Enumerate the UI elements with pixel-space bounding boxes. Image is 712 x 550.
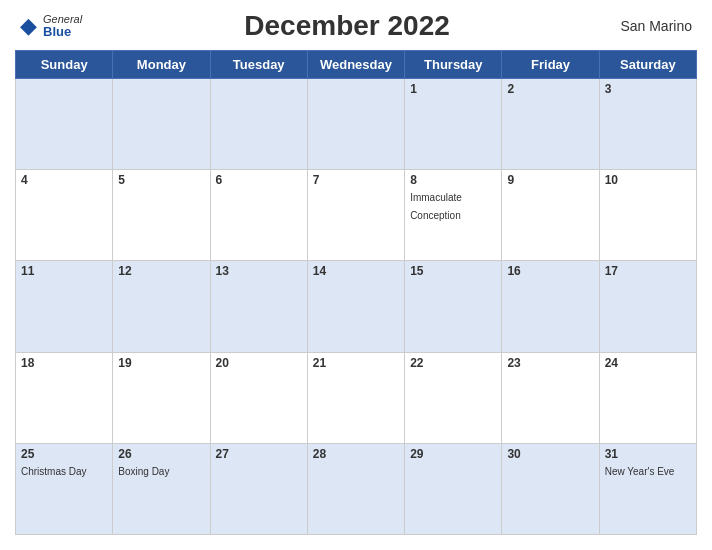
day-number: 17 (605, 264, 691, 278)
calendar-title: December 2022 (244, 10, 449, 42)
calendar-cell: 5 (113, 170, 210, 261)
day-number: 25 (21, 447, 107, 461)
day-number: 26 (118, 447, 204, 461)
event-label: New Year's Eve (605, 466, 675, 477)
calendar-cell: 14 (307, 261, 404, 352)
calendar-cell: 28 (307, 443, 404, 534)
day-header-sunday: Sunday (16, 51, 113, 79)
days-header-row: SundayMondayTuesdayWednesdayThursdayFrid… (16, 51, 697, 79)
day-header-monday: Monday (113, 51, 210, 79)
week-row-2: 45678Immaculate Conception910 (16, 170, 697, 261)
calendar-cell: 12 (113, 261, 210, 352)
calendar-cell: 11 (16, 261, 113, 352)
calendar-cell: 6 (210, 170, 307, 261)
day-number: 29 (410, 447, 496, 461)
calendar-cell: 26Boxing Day (113, 443, 210, 534)
day-number: 30 (507, 447, 593, 461)
day-number: 1 (410, 82, 496, 96)
calendar-cell: 15 (405, 261, 502, 352)
calendar-cell: 16 (502, 261, 599, 352)
calendar-cell: 1 (405, 79, 502, 170)
day-number: 5 (118, 173, 204, 187)
calendar-cell: 22 (405, 352, 502, 443)
calendar-cell: 4 (16, 170, 113, 261)
day-number: 24 (605, 356, 691, 370)
event-label: Boxing Day (118, 466, 169, 477)
week-row-3: 11121314151617 (16, 261, 697, 352)
day-number: 21 (313, 356, 399, 370)
day-number: 12 (118, 264, 204, 278)
week-row-5: 25Christmas Day26Boxing Day2728293031New… (16, 443, 697, 534)
week-row-1: 123 (16, 79, 697, 170)
calendar-cell: 19 (113, 352, 210, 443)
region-label: San Marino (612, 18, 692, 34)
day-number: 9 (507, 173, 593, 187)
day-number: 11 (21, 264, 107, 278)
day-number: 4 (21, 173, 107, 187)
calendar-cell: 18 (16, 352, 113, 443)
day-number: 7 (313, 173, 399, 187)
day-number: 20 (216, 356, 302, 370)
event-label: Christmas Day (21, 466, 87, 477)
day-header-friday: Friday (502, 51, 599, 79)
calendar-cell: 3 (599, 79, 696, 170)
day-header-tuesday: Tuesday (210, 51, 307, 79)
day-number: 31 (605, 447, 691, 461)
calendar-cell: 29 (405, 443, 502, 534)
logo-bird-icon: ◆ (20, 13, 37, 39)
calendar-cell: 9 (502, 170, 599, 261)
day-number: 8 (410, 173, 496, 187)
event-label: Immaculate Conception (410, 192, 462, 221)
calendar-cell (113, 79, 210, 170)
day-number: 3 (605, 82, 691, 96)
calendar-table: SundayMondayTuesdayWednesdayThursdayFrid… (15, 50, 697, 535)
day-number: 28 (313, 447, 399, 461)
calendar-cell: 17 (599, 261, 696, 352)
day-header-wednesday: Wednesday (307, 51, 404, 79)
calendar-cell (210, 79, 307, 170)
day-header-thursday: Thursday (405, 51, 502, 79)
day-number: 6 (216, 173, 302, 187)
calendar-cell: 2 (502, 79, 599, 170)
calendar-cell: 10 (599, 170, 696, 261)
calendar-cell: 27 (210, 443, 307, 534)
calendar-cell: 7 (307, 170, 404, 261)
calendar-cell: 30 (502, 443, 599, 534)
calendar-cell: 20 (210, 352, 307, 443)
week-row-4: 18192021222324 (16, 352, 697, 443)
calendar-cell (16, 79, 113, 170)
calendar-cell: 13 (210, 261, 307, 352)
logo-blue-text: Blue (43, 25, 82, 39)
day-number: 27 (216, 447, 302, 461)
calendar-cell: 24 (599, 352, 696, 443)
calendar-cell: 21 (307, 352, 404, 443)
day-number: 16 (507, 264, 593, 278)
day-number: 19 (118, 356, 204, 370)
calendar-cell: 23 (502, 352, 599, 443)
day-number: 18 (21, 356, 107, 370)
day-number: 23 (507, 356, 593, 370)
day-number: 2 (507, 82, 593, 96)
logo: ◆ General Blue (20, 13, 82, 39)
calendar-cell: 31New Year's Eve (599, 443, 696, 534)
calendar-cell (307, 79, 404, 170)
calendar-cell: 8Immaculate Conception (405, 170, 502, 261)
calendar-cell: 25Christmas Day (16, 443, 113, 534)
day-number: 22 (410, 356, 496, 370)
day-number: 10 (605, 173, 691, 187)
day-number: 14 (313, 264, 399, 278)
day-number: 13 (216, 264, 302, 278)
day-header-saturday: Saturday (599, 51, 696, 79)
calendar-header: ◆ General Blue December 2022 San Marino (15, 10, 697, 42)
day-number: 15 (410, 264, 496, 278)
